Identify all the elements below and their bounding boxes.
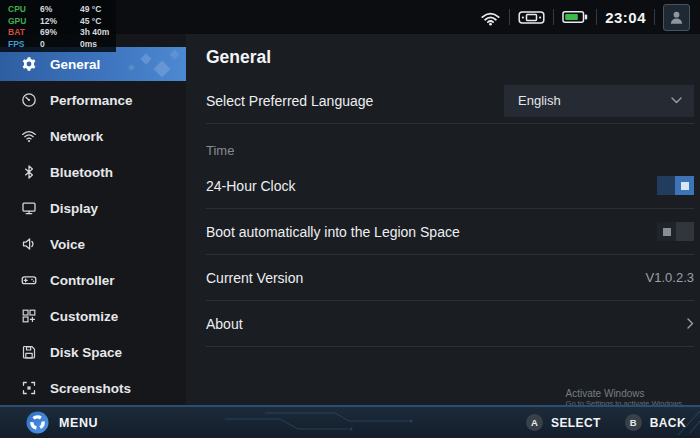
menu-button[interactable]: MENU <box>26 411 98 434</box>
stat-value: 0 <box>40 39 80 51</box>
stat-detail: 3h 40m <box>80 27 116 39</box>
sidebar-item-voice[interactable]: Voice <box>0 226 186 262</box>
sidebar-item-label: Performance <box>50 93 133 108</box>
sidebar-item-general[interactable]: General <box>0 47 186 81</box>
current-version-value: V1.0.2.3 <box>646 270 694 285</box>
language-selected-value: English <box>518 93 561 108</box>
sidebar-item-label: Voice <box>50 237 85 252</box>
clock-24h-label: 24-Hour Clock <box>206 178 295 194</box>
controller-icon <box>20 272 37 288</box>
boot-legion-space-toggle[interactable] <box>657 222 694 241</box>
circuit-decoration <box>225 409 485 438</box>
voice-icon <box>20 236 37 252</box>
stat-label: CPU <box>8 4 40 16</box>
language-dropdown[interactable]: English <box>504 85 694 117</box>
sidebar-item-controller[interactable]: Controller <box>0 262 186 298</box>
stat-detail: 0ms <box>80 39 116 51</box>
wifi-icon <box>20 128 37 144</box>
clock: 23:04 <box>605 9 646 26</box>
wifi-icon <box>480 9 501 26</box>
sidebar-item-label: Disk Space <box>50 345 122 360</box>
stat-label: BAT <box>8 27 40 39</box>
sidebar-item-customize[interactable]: Customize <box>0 298 186 334</box>
sidebar-item-label: Customize <box>50 309 118 324</box>
stat-value: 69% <box>40 27 80 39</box>
divider <box>509 9 510 25</box>
chevron-down-icon <box>671 97 682 104</box>
gear-icon <box>20 56 37 72</box>
stat-row-bat: BAT 69% 3h 40m <box>8 27 116 39</box>
back-action-hint[interactable]: B BACK <box>625 414 686 431</box>
sidebar-item-label: General <box>50 57 100 72</box>
legion-logo <box>26 411 49 434</box>
user-avatar[interactable] <box>663 4 690 31</box>
performance-icon <box>20 92 37 108</box>
stat-detail: 45 °C <box>80 16 116 28</box>
stat-value: 12% <box>40 16 80 28</box>
bottom-action-bar: MENU A SELECT B BACK <box>0 405 700 438</box>
about-row[interactable]: About <box>206 301 694 347</box>
settings-sidebar: General Performance Network <box>0 34 186 405</box>
stat-value: 6% <box>40 4 80 16</box>
sidebar-item-network[interactable]: Network <box>0 118 186 154</box>
sidebar-item-label: Bluetooth <box>50 165 113 180</box>
select-action-hint[interactable]: A SELECT <box>526 414 601 431</box>
screenshot-icon <box>20 380 37 396</box>
menu-button-label: MENU <box>59 416 98 430</box>
diamond-decoration <box>170 50 180 60</box>
current-version-row: Current Version V1.0.2.3 <box>206 255 694 301</box>
stat-row-gpu: GPU 12% 45 °C <box>8 16 116 28</box>
performance-stats-overlay: CPU 6% 49 °C GPU 12% 45 °C BAT 69% 3h 40… <box>0 0 116 52</box>
chevron-right-icon <box>687 318 694 329</box>
stat-label: FPS <box>8 39 40 51</box>
page-title: General <box>206 47 694 68</box>
sidebar-item-label: Screenshots <box>50 381 131 396</box>
display-icon <box>20 200 37 216</box>
button-b-badge: B <box>625 414 642 431</box>
about-label: About <box>206 316 243 332</box>
language-row: Select Preferred Language English <box>206 78 694 124</box>
disk-icon <box>20 344 37 360</box>
sidebar-item-screenshots[interactable]: Screenshots <box>0 370 186 406</box>
settings-panel-general: General Select Preferred Language Englis… <box>186 34 700 405</box>
boot-legion-space-label: Boot automatically into the Legion Space <box>206 224 460 240</box>
divider <box>553 9 554 25</box>
time-section-label: Time <box>206 137 694 163</box>
sidebar-item-label: Display <box>50 201 98 216</box>
sidebar-item-bluetooth[interactable]: Bluetooth <box>0 154 186 190</box>
bluetooth-icon <box>20 164 37 180</box>
boot-legion-space-row: Boot automatically into the Legion Space <box>206 209 694 255</box>
stat-row-fps: FPS 0 0ms <box>8 39 116 51</box>
toggle-knob <box>675 176 694 195</box>
select-action-label: SELECT <box>551 416 601 430</box>
back-action-label: BACK <box>650 416 686 430</box>
language-label: Select Preferred Language <box>206 93 373 109</box>
customize-icon <box>20 308 37 324</box>
diamond-decoration <box>154 61 171 78</box>
stat-detail: 49 °C <box>80 4 116 16</box>
watermark-line1: Activate Windows <box>566 388 684 399</box>
clock-24h-toggle[interactable] <box>657 176 694 195</box>
battery-icon <box>562 9 588 25</box>
toggle-knob <box>657 222 676 241</box>
stat-label: GPU <box>8 16 40 28</box>
sidebar-item-performance[interactable]: Performance <box>0 82 186 118</box>
handheld-console-icon <box>518 9 545 26</box>
current-version-label: Current Version <box>206 270 303 286</box>
clock-24h-row: 24-Hour Clock <box>206 163 694 209</box>
sidebar-item-disk-space[interactable]: Disk Space <box>0 334 186 370</box>
divider <box>654 9 655 25</box>
sidebar-item-label: Controller <box>50 273 115 288</box>
stat-row-cpu: CPU 6% 49 °C <box>8 4 116 16</box>
diamond-decoration <box>128 64 135 71</box>
diamond-decoration <box>140 53 151 64</box>
divider <box>596 9 597 25</box>
sidebar-item-label: Network <box>50 129 103 144</box>
sidebar-item-display[interactable]: Display <box>0 190 186 226</box>
button-a-badge: A <box>526 414 543 431</box>
